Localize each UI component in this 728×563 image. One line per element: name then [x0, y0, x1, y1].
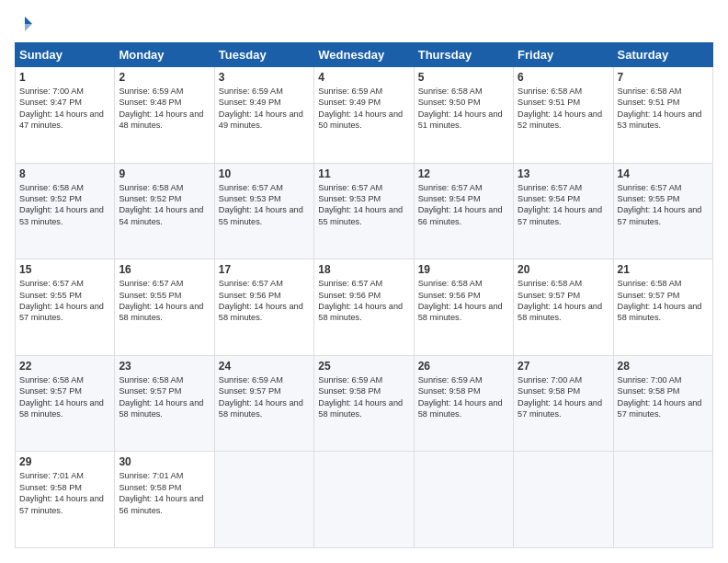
day-number: 8 [19, 167, 110, 180]
calendar-cell: 15 Sunrise: 6:57 AMSunset: 9:55 PMDaylig… [16, 259, 115, 356]
day-number: 17 [219, 263, 310, 276]
svg-marker-1 [25, 24, 32, 31]
cell-info: Sunrise: 6:58 AMSunset: 9:57 PMDaylight:… [618, 279, 702, 322]
day-number: 11 [318, 167, 409, 180]
cell-info: Sunrise: 6:59 AMSunset: 9:58 PMDaylight:… [318, 375, 403, 419]
col-sunday: Sunday [16, 43, 115, 67]
cell-info: Sunrise: 6:57 AMSunset: 9:56 PMDaylight:… [219, 279, 303, 322]
cell-info: Sunrise: 6:58 AMSunset: 9:52 PMDaylight:… [19, 183, 104, 226]
page: Sunday Monday Tuesday Wednesday Thursday… [0, 0, 728, 563]
cell-info: Sunrise: 6:59 AMSunset: 9:57 PMDaylight:… [219, 375, 303, 419]
cell-info: Sunrise: 6:57 AMSunset: 9:55 PMDaylight:… [19, 279, 104, 322]
cell-info: Sunrise: 6:58 AMSunset: 9:57 PMDaylight:… [518, 279, 602, 322]
header-row: Sunday Monday Tuesday Wednesday Thursday… [16, 43, 713, 67]
calendar-cell [414, 452, 513, 548]
day-number: 1 [19, 71, 110, 84]
calendar-week-5: 29 Sunrise: 7:01 AMSunset: 9:58 PMDaylig… [16, 452, 713, 548]
calendar-cell: 17 Sunrise: 6:57 AMSunset: 9:56 PMDaylig… [214, 259, 313, 356]
calendar-cell [314, 452, 414, 548]
day-number: 24 [219, 360, 310, 373]
cell-info: Sunrise: 6:57 AMSunset: 9:55 PMDaylight:… [618, 183, 702, 226]
cell-info: Sunrise: 7:01 AMSunset: 9:58 PMDaylight:… [19, 471, 104, 514]
day-number: 28 [618, 360, 709, 373]
day-number: 10 [219, 167, 310, 180]
col-saturday: Saturday [613, 43, 712, 67]
day-number: 6 [518, 71, 609, 84]
col-thursday: Thursday [414, 43, 513, 67]
calendar-table: Sunday Monday Tuesday Wednesday Thursday… [15, 42, 713, 548]
cell-info: Sunrise: 6:58 AMSunset: 9:57 PMDaylight:… [19, 375, 104, 419]
cell-info: Sunrise: 6:59 AMSunset: 9:49 PMDaylight:… [318, 86, 403, 130]
col-monday: Monday [115, 43, 214, 67]
day-number: 22 [19, 360, 110, 373]
calendar-cell: 14 Sunrise: 6:57 AMSunset: 9:55 PMDaylig… [613, 163, 712, 259]
calendar-cell: 29 Sunrise: 7:01 AMSunset: 9:58 PMDaylig… [16, 452, 115, 548]
calendar-cell [214, 452, 313, 548]
calendar-week-3: 15 Sunrise: 6:57 AMSunset: 9:55 PMDaylig… [16, 259, 713, 356]
calendar-week-1: 1 Sunrise: 7:00 AMSunset: 9:47 PMDayligh… [16, 67, 713, 164]
day-number: 20 [518, 263, 609, 276]
cell-info: Sunrise: 7:00 AMSunset: 9:58 PMDaylight:… [618, 375, 702, 419]
cell-info: Sunrise: 6:58 AMSunset: 9:57 PMDaylight:… [119, 375, 203, 419]
calendar-cell: 16 Sunrise: 6:57 AMSunset: 9:55 PMDaylig… [115, 259, 214, 356]
calendar-cell: 6 Sunrise: 6:58 AMSunset: 9:51 PMDayligh… [514, 67, 613, 164]
cell-info: Sunrise: 6:57 AMSunset: 9:54 PMDaylight:… [418, 183, 503, 226]
calendar-cell: 12 Sunrise: 6:57 AMSunset: 9:54 PMDaylig… [414, 163, 513, 259]
cell-info: Sunrise: 7:00 AMSunset: 9:47 PMDaylight:… [19, 86, 104, 130]
cell-info: Sunrise: 7:01 AMSunset: 9:58 PMDaylight:… [119, 471, 203, 514]
calendar-cell: 3 Sunrise: 6:59 AMSunset: 9:49 PMDayligh… [214, 67, 313, 164]
calendar-cell: 5 Sunrise: 6:58 AMSunset: 9:50 PMDayligh… [414, 67, 513, 164]
day-number: 5 [418, 71, 509, 84]
day-number: 27 [518, 360, 609, 373]
day-number: 29 [19, 455, 110, 468]
day-number: 21 [618, 263, 709, 276]
day-number: 9 [119, 167, 210, 180]
calendar-cell [613, 452, 712, 548]
cell-info: Sunrise: 7:00 AMSunset: 9:58 PMDaylight:… [518, 375, 602, 419]
cell-info: Sunrise: 6:58 AMSunset: 9:56 PMDaylight:… [418, 279, 503, 322]
calendar-cell: 4 Sunrise: 6:59 AMSunset: 9:49 PMDayligh… [314, 67, 414, 164]
calendar-cell: 22 Sunrise: 6:58 AMSunset: 9:57 PMDaylig… [16, 355, 115, 452]
day-number: 3 [219, 71, 310, 84]
day-number: 15 [19, 263, 110, 276]
day-number: 25 [318, 360, 409, 373]
cell-info: Sunrise: 6:58 AMSunset: 9:52 PMDaylight:… [119, 183, 203, 226]
cell-info: Sunrise: 6:58 AMSunset: 9:51 PMDaylight:… [518, 86, 602, 130]
day-number: 30 [119, 455, 210, 468]
calendar-cell: 8 Sunrise: 6:58 AMSunset: 9:52 PMDayligh… [16, 163, 115, 259]
col-friday: Friday [514, 43, 613, 67]
day-number: 12 [418, 167, 509, 180]
calendar-cell: 28 Sunrise: 7:00 AMSunset: 9:58 PMDaylig… [613, 355, 712, 452]
day-number: 23 [119, 360, 210, 373]
calendar-cell: 13 Sunrise: 6:57 AMSunset: 9:54 PMDaylig… [514, 163, 613, 259]
calendar-cell: 26 Sunrise: 6:59 AMSunset: 9:58 PMDaylig… [414, 355, 513, 452]
day-number: 2 [119, 71, 210, 84]
calendar-cell: 7 Sunrise: 6:58 AMSunset: 9:51 PMDayligh… [613, 67, 712, 164]
calendar-cell: 30 Sunrise: 7:01 AMSunset: 9:58 PMDaylig… [115, 452, 214, 548]
cell-info: Sunrise: 6:57 AMSunset: 9:56 PMDaylight:… [318, 279, 403, 322]
calendar-week-2: 8 Sunrise: 6:58 AMSunset: 9:52 PMDayligh… [16, 163, 713, 259]
calendar-cell: 27 Sunrise: 7:00 AMSunset: 9:58 PMDaylig… [514, 355, 613, 452]
calendar-cell: 11 Sunrise: 6:57 AMSunset: 9:53 PMDaylig… [314, 163, 414, 259]
logo-flag-icon [16, 15, 34, 33]
calendar-cell: 1 Sunrise: 7:00 AMSunset: 9:47 PMDayligh… [16, 67, 115, 164]
calendar-cell: 20 Sunrise: 6:58 AMSunset: 9:57 PMDaylig… [514, 259, 613, 356]
day-number: 16 [119, 263, 210, 276]
cell-info: Sunrise: 6:59 AMSunset: 9:49 PMDaylight:… [219, 86, 303, 130]
calendar-cell: 23 Sunrise: 6:58 AMSunset: 9:57 PMDaylig… [115, 355, 214, 452]
calendar-cell: 25 Sunrise: 6:59 AMSunset: 9:58 PMDaylig… [314, 355, 414, 452]
cell-info: Sunrise: 6:57 AMSunset: 9:54 PMDaylight:… [518, 183, 602, 226]
calendar-cell: 2 Sunrise: 6:59 AMSunset: 9:48 PMDayligh… [115, 67, 214, 164]
calendar-cell: 18 Sunrise: 6:57 AMSunset: 9:56 PMDaylig… [314, 259, 414, 356]
cell-info: Sunrise: 6:59 AMSunset: 9:58 PMDaylight:… [418, 375, 503, 419]
calendar-cell: 9 Sunrise: 6:58 AMSunset: 9:52 PMDayligh… [115, 163, 214, 259]
cell-info: Sunrise: 6:57 AMSunset: 9:55 PMDaylight:… [119, 279, 203, 322]
calendar-cell: 21 Sunrise: 6:58 AMSunset: 9:57 PMDaylig… [613, 259, 712, 356]
cell-info: Sunrise: 6:57 AMSunset: 9:53 PMDaylight:… [219, 183, 303, 226]
day-number: 19 [418, 263, 509, 276]
logo [15, 15, 35, 33]
cell-info: Sunrise: 6:59 AMSunset: 9:48 PMDaylight:… [119, 86, 203, 130]
calendar-cell: 19 Sunrise: 6:58 AMSunset: 9:56 PMDaylig… [414, 259, 513, 356]
day-number: 13 [518, 167, 609, 180]
day-number: 18 [318, 263, 409, 276]
